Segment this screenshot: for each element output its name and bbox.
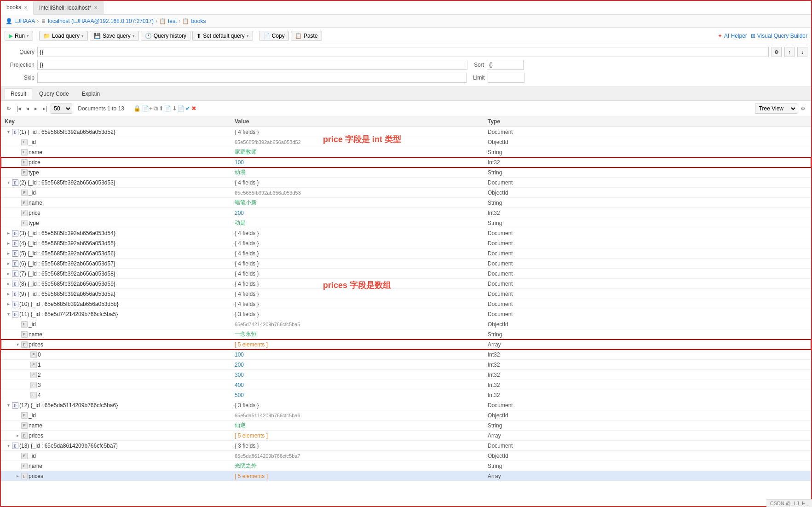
table-row[interactable]: Fprice200Int32 xyxy=(1,208,811,218)
expand-icon[interactable]: ▾ xyxy=(6,311,11,317)
add-doc-icon[interactable]: 📄+ xyxy=(142,105,153,112)
table-row[interactable]: Ftype动是String xyxy=(1,218,811,228)
table-row[interactable]: Fname蜡笔小新String xyxy=(1,198,811,208)
prev-page-btn[interactable]: ◂ xyxy=(24,104,31,113)
table-row[interactable]: Fname一念永恒String xyxy=(1,329,811,340)
table-row[interactable]: F_id65e5685fb392ab656a053d52ObjectId xyxy=(1,137,811,147)
expand-icon[interactable]: ▾ xyxy=(6,129,11,134)
table-row[interactable]: ▸{}(3) {_id : 65e5685fb392ab656a053d54}{… xyxy=(1,228,811,238)
key-cell-container: Fprice xyxy=(1,157,231,167)
tab-query-code[interactable]: Query Code xyxy=(33,88,75,99)
expand-icon[interactable]: ▸ xyxy=(6,230,11,236)
table-row[interactable]: ▸{}(8) {_id : 65e5685fb392ab656a053d59}{… xyxy=(1,279,811,289)
breadcrumb-db[interactable]: test xyxy=(168,18,177,24)
validate-icon[interactable]: ✔ xyxy=(185,105,190,112)
expand-icon[interactable]: ▸ xyxy=(6,271,11,276)
table-row[interactable]: Fname仙逆String xyxy=(1,421,811,431)
ai-helper-button[interactable]: ✦ AI Helper xyxy=(718,33,747,39)
table-row[interactable]: ▸{}(5) {_id : 65e5685fb392ab656a053d56}{… xyxy=(1,248,811,259)
table-row[interactable]: Fprice100Int32 xyxy=(1,157,811,167)
breadcrumb-user[interactable]: LJHAAA xyxy=(14,18,35,24)
expand-icon[interactable]: ▾ xyxy=(15,342,20,347)
expand-icon[interactable]: ▸ xyxy=(6,291,11,296)
table-row[interactable]: ▸{}(9) {_id : 65e5685fb392ab656a053d5a}{… xyxy=(1,289,811,299)
view-mode-select[interactable]: Tree View Table View JSON View xyxy=(755,104,797,114)
refresh-btn[interactable]: ↻ xyxy=(5,104,13,113)
table-row[interactable]: ▾{}(2) {_id : 65e5685fb392ab656a053d53}{… xyxy=(1,178,811,188)
table-row[interactable]: Fname光阴之外String xyxy=(1,461,811,471)
table-row[interactable]: Fname家庭教师String xyxy=(1,147,811,157)
table-row[interactable]: ▸{}(4) {_id : 65e5685fb392ab656a053d55}{… xyxy=(1,238,811,248)
table-row[interactable]: ▾{}(12) {_id : 65e5da5114209b766cfc5ba6}… xyxy=(1,400,811,410)
table-row[interactable]: ▸[]prices[ 5 elements ]Array xyxy=(1,471,811,481)
load-query-button[interactable]: 📁 Load query ▾ xyxy=(39,31,88,41)
run-button[interactable]: ▶ Run ▾ xyxy=(5,31,33,41)
table-row[interactable]: ▾{}(13) {_id : 65e5da8614209b766cfc5ba7}… xyxy=(1,441,811,451)
table-row[interactable]: F_id65e5da8614209b766cfc5ba7ObjectId xyxy=(1,451,811,461)
tab-intellishell-label: IntelliShell: localhost* xyxy=(39,5,91,11)
tab-books[interactable]: books ✕ xyxy=(1,1,34,15)
default-query-button[interactable]: ⬆ Set default query ▾ xyxy=(192,31,253,41)
next-page-btn[interactable]: ▸ xyxy=(33,104,39,113)
tab-books-close[interactable]: ✕ xyxy=(24,5,28,10)
value-text: { 3 fields } xyxy=(235,443,259,449)
table-row[interactable]: F_id65e5d74214209b766cfc5ba5ObjectId xyxy=(1,319,811,329)
query-up-btn[interactable]: ↑ xyxy=(784,47,795,57)
settings-btn[interactable]: ⚙ xyxy=(799,104,807,113)
table-row[interactable]: F_id65e5685fb392ab656a053d53ObjectId xyxy=(1,188,811,198)
sort-input[interactable] xyxy=(487,60,524,70)
tab-explain[interactable]: Explain xyxy=(76,88,106,99)
table-row[interactable]: ▾{}(11) {_id : 65e5d74214209b766cfc5ba5}… xyxy=(1,309,811,319)
query-settings-btn[interactable]: ⚙ xyxy=(772,47,782,57)
last-page-btn[interactable]: ▸| xyxy=(41,104,49,113)
table-row[interactable]: F0100Int32 xyxy=(1,350,811,360)
expand-icon[interactable]: ▸ xyxy=(15,473,20,478)
query-input[interactable] xyxy=(37,47,769,57)
table-row[interactable]: ▸[]prices[ 5 elements ]Array xyxy=(1,431,811,441)
table-row[interactable]: ▾{}(1) {_id : 65e5685fb392ab656a053d52}{… xyxy=(1,127,811,137)
table-row[interactable]: ▾[]prices[ 5 elements ]Array xyxy=(1,340,811,350)
page-size-select[interactable]: 50 100 200 xyxy=(51,104,72,114)
vqb-button[interactable]: ⊞ Visual Query Builder xyxy=(751,33,807,39)
save-query-button[interactable]: 💾 Save query ▾ xyxy=(90,31,139,41)
import-icon[interactable]: ⬆📄 xyxy=(159,105,171,112)
table-row[interactable]: F1200Int32 xyxy=(1,360,811,370)
expand-icon[interactable]: ▸ xyxy=(6,261,11,266)
first-page-btn[interactable]: |◂ xyxy=(15,104,23,113)
expand-icon[interactable]: ▾ xyxy=(6,403,11,408)
history-button[interactable]: 🕐 Query history xyxy=(141,31,190,41)
breadcrumb-collection[interactable]: books xyxy=(191,18,206,24)
lock-icon[interactable]: 🔒 xyxy=(133,105,141,112)
copy-button[interactable]: 📄 Copy xyxy=(259,31,289,41)
table-row[interactable]: ▸{}(10) {_id : 65e5685fb392ab656a053d5b}… xyxy=(1,299,811,309)
expand-icon[interactable]: ▾ xyxy=(6,443,11,448)
array-icon: [] xyxy=(21,473,28,479)
table-row[interactable]: ▸{}(7) {_id : 65e5685fb392ab656a053d58}{… xyxy=(1,269,811,279)
tab-intellishell-close[interactable]: ✕ xyxy=(94,5,98,10)
tab-intellishell[interactable]: IntelliShell: localhost* ✕ xyxy=(34,1,104,14)
table-row[interactable]: F2300Int32 xyxy=(1,370,811,380)
run-icon: ▶ xyxy=(9,33,13,39)
limit-input[interactable] xyxy=(488,73,524,83)
expand-icon[interactable]: ▸ xyxy=(6,241,11,246)
clone-icon[interactable]: ⧉ xyxy=(154,105,158,112)
projection-input[interactable] xyxy=(37,60,467,70)
delete-icon[interactable]: ✖ xyxy=(191,105,196,112)
tab-result[interactable]: Result xyxy=(5,88,32,99)
table-row[interactable]: F_id65e5da5114209b766cfc5ba6ObjectId xyxy=(1,410,811,421)
expand-icon[interactable]: ▸ xyxy=(15,433,20,438)
expand-icon[interactable]: ▸ xyxy=(6,301,11,306)
breadcrumb-host[interactable]: localhost (LJHAAA@192.168.0.107:27017) xyxy=(48,18,154,24)
table-row[interactable]: ▸{}(6) {_id : 65e5685fb392ab656a053d57}{… xyxy=(1,259,811,269)
value-text: 光阴之外 xyxy=(235,462,257,469)
query-down-btn[interactable]: ↓ xyxy=(797,47,807,57)
table-row[interactable]: F3400Int32 xyxy=(1,380,811,390)
paste-button[interactable]: 📋 Paste xyxy=(291,31,322,41)
table-row[interactable]: Ftype动漫String xyxy=(1,167,811,178)
expand-icon[interactable]: ▸ xyxy=(6,251,11,256)
expand-icon[interactable]: ▾ xyxy=(6,180,11,185)
table-row[interactable]: F4500Int32 xyxy=(1,390,811,400)
export-icon[interactable]: ⬇📄 xyxy=(172,105,184,112)
expand-icon[interactable]: ▸ xyxy=(6,281,11,286)
skip-input[interactable] xyxy=(37,73,466,83)
